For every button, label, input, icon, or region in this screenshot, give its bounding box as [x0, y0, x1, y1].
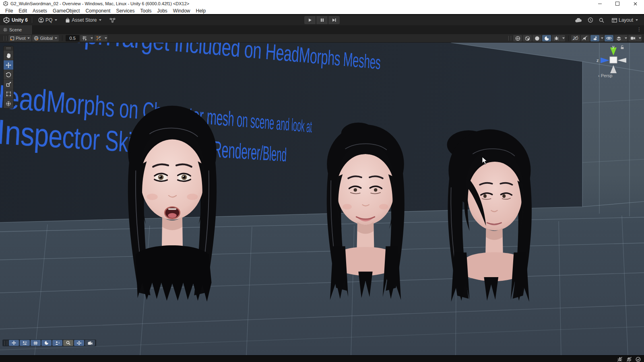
menu-item-services[interactable]: Services [113, 8, 137, 14]
layout-dropdown[interactable]: Layout [610, 16, 640, 24]
gizmo-lock-icon[interactable] [620, 45, 624, 49]
hand-tool[interactable] [4, 50, 13, 60]
menu-item-jobs[interactable]: Jobs [154, 8, 170, 14]
pause-button[interactable] [316, 16, 328, 24]
transform-tool[interactable] [4, 99, 13, 108]
divider [32, 17, 32, 23]
asset-store-label: Asset Store [72, 17, 97, 23]
camera-settings-button[interactable] [628, 35, 637, 41]
menu-item-file[interactable]: File [2, 8, 16, 14]
crescent-moon-icon [544, 36, 549, 41]
overlay-cameras-button[interactable] [85, 340, 95, 346]
increment-snap-button[interactable] [94, 35, 103, 41]
clapper-icon [88, 341, 93, 345]
maximize-button[interactable] [609, 0, 626, 7]
2d-toggle-button[interactable]: 2D [571, 35, 580, 41]
gizmo-y-axis: y [610, 44, 617, 56]
pause-icon [320, 18, 324, 22]
rect-icon [6, 91, 11, 97]
menu-item-gameobject[interactable]: GameObject [50, 8, 83, 14]
scale-icon [6, 82, 11, 87]
scene-viewport[interactable]: MorphTarget included on HeadMorphs Meshe… [0, 43, 644, 355]
menu-item-component[interactable]: Component [83, 8, 113, 14]
snap-increment-field[interactable]: 0.5 [66, 35, 79, 41]
main-toolbar: Unity 6 PQ Asset Store Layout [0, 15, 644, 25]
hand-icon [6, 53, 11, 58]
gizmo-y-label: y [612, 44, 615, 49]
account-icon [38, 17, 44, 23]
maximize-icon [615, 2, 619, 6]
grid-snap-button[interactable] [80, 35, 89, 41]
drag-handle[interactable] [4, 46, 13, 50]
progress-ok-icon[interactable] [636, 357, 641, 362]
scale-tool[interactable] [4, 79, 13, 89]
overlay-move-button[interactable] [9, 340, 19, 346]
projection-label[interactable]: ‹ Persp [598, 73, 612, 78]
character-head-open-mouth[interactable] [118, 102, 227, 303]
overlay-avatar-button[interactable] [52, 340, 62, 346]
minimize-button[interactable] [591, 0, 609, 7]
search-icon [66, 341, 70, 345]
pivot-icon [10, 36, 14, 41]
history-icon[interactable] [588, 17, 593, 23]
drag-handle[interactable] [4, 36, 6, 41]
close-icon [634, 2, 637, 6]
bottom-overlay-toolbar [2, 339, 96, 346]
lighting-toggle-button[interactable] [523, 35, 532, 41]
unity-logo-icon [3, 17, 10, 23]
tab-bar: Scene ⋮ [0, 25, 644, 34]
play-icon [308, 18, 312, 22]
grid-snap-caret[interactable] [89, 35, 93, 41]
account-dropdown[interactable]: PQ [36, 16, 59, 24]
overlay-gizmo-button[interactable] [74, 340, 84, 346]
chevron-down-icon [55, 37, 57, 39]
tab-scene[interactable]: Scene [0, 25, 33, 34]
overlay-skybox-button[interactable] [41, 340, 52, 346]
step-button[interactable] [328, 16, 340, 24]
overlay-search-button[interactable] [63, 340, 73, 346]
character-head-side-glance[interactable] [437, 123, 545, 303]
minimize-icon [598, 4, 602, 4]
drag-handle[interactable] [4, 341, 7, 346]
audio-mute-button[interactable] [581, 35, 590, 41]
tab-options-kebab-icon[interactable]: ⋮ [637, 27, 642, 32]
rendering-debug-button[interactable] [590, 35, 599, 41]
package-disabled-icon[interactable] [626, 357, 632, 362]
drag-handle[interactable] [508, 36, 511, 41]
cloud-icon[interactable] [575, 18, 582, 23]
rendering-debug-caret[interactable] [599, 35, 604, 41]
pivot-dropdown[interactable]: Pivot [8, 35, 31, 41]
asset-store-button[interactable]: Asset Store [63, 16, 103, 24]
effects-caret[interactable] [561, 35, 565, 41]
increment-snap-caret[interactable] [103, 35, 107, 41]
menu-item-help[interactable]: Help [193, 8, 209, 14]
layers-caret[interactable] [623, 35, 627, 41]
menu-item-tools[interactable]: Tools [137, 8, 154, 14]
rect-tool[interactable] [4, 89, 13, 99]
rotate-tool[interactable] [4, 70, 13, 79]
play-button[interactable] [304, 16, 316, 24]
global-dropdown[interactable]: Global [32, 35, 59, 41]
menu-item-assets[interactable]: Assets [30, 8, 50, 14]
fog-toggle-button[interactable] [533, 35, 541, 41]
crescent-moon-icon [44, 341, 49, 345]
effects-button[interactable] [552, 35, 561, 41]
collab-button[interactable] [107, 17, 118, 24]
debugger-disabled-icon[interactable] [617, 357, 623, 362]
divider [62, 35, 62, 41]
skybox-toggle-button[interactable] [542, 35, 551, 41]
menu-item-edit[interactable]: Edit [16, 8, 30, 14]
scene-visibility-button[interactable] [605, 35, 613, 41]
menu-item-window[interactable]: Window [170, 8, 193, 14]
camera-settings-caret[interactable] [637, 35, 642, 41]
overlay-grid-button[interactable] [31, 340, 41, 346]
grid-icon [33, 341, 38, 345]
move-tool[interactable] [4, 60, 13, 70]
shading-mode-button[interactable] [513, 35, 522, 41]
close-button[interactable] [626, 0, 644, 7]
search-icon[interactable] [599, 18, 604, 23]
camera-icon [630, 36, 636, 40]
layers-button[interactable] [614, 35, 623, 41]
overlay-hierarchy-button[interactable] [20, 340, 30, 346]
character-head-smiling[interactable] [315, 119, 416, 302]
